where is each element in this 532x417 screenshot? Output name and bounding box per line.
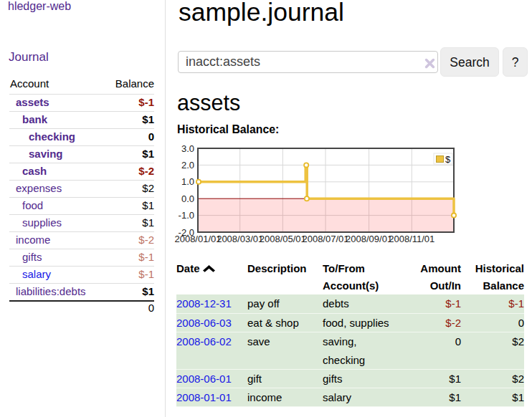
svg-text:2008/07/01: 2008/07/01 [302,234,348,244]
svg-text:2.0: 2.0 [181,160,194,171]
svg-text:2008/11/01: 2008/11/01 [389,234,434,244]
svg-text:2008/01/01: 2008/01/01 [174,234,221,244]
svg-text:3.0: 3.0 [181,143,194,154]
svg-text:2008/09/01: 2008/09/01 [346,234,392,244]
svg-text:0.0: 0.0 [181,193,194,204]
svg-text:1.0: 1.0 [181,176,194,187]
svg-text:2008/05/01: 2008/05/01 [260,234,306,244]
svg-text:-1.0: -1.0 [179,210,194,221]
svg-text:$: $ [445,154,451,165]
svg-text:2008/03/01: 2008/03/01 [217,234,263,244]
